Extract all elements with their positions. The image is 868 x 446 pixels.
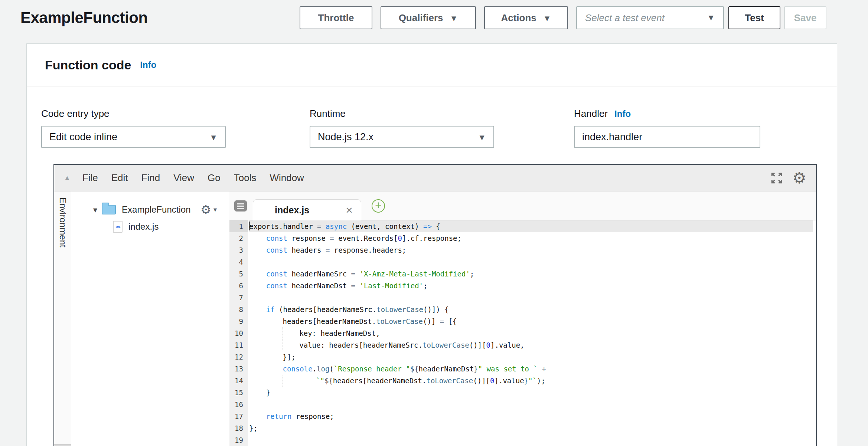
code-entry-type-label: Code entry type bbox=[41, 108, 226, 119]
runtime-field: Runtime Node.js 12.x bbox=[310, 108, 494, 148]
line-number: 3 bbox=[229, 244, 248, 256]
menu-item-file[interactable]: File bbox=[82, 172, 98, 184]
test-button[interactable]: Test bbox=[728, 6, 780, 29]
code-line[interactable] bbox=[249, 292, 816, 304]
code-line[interactable]: value: headers[headerNameSrc.toLowerCase… bbox=[249, 339, 816, 351]
add-tab-icon[interactable] bbox=[372, 199, 385, 213]
line-number: 6 bbox=[229, 280, 248, 292]
chevron-down-icon bbox=[707, 13, 715, 23]
test-event-select[interactable]: Select a test event bbox=[576, 6, 724, 29]
code-line[interactable]: const headers = response.headers; bbox=[249, 244, 816, 256]
code-line[interactable] bbox=[249, 399, 816, 410]
code-line[interactable]: const response = event.Records[0].cf.res… bbox=[249, 232, 816, 244]
line-number: 17 bbox=[229, 410, 248, 422]
code-line[interactable]: }]; bbox=[249, 351, 816, 363]
tree-settings-gear-icon[interactable]: ⚙ bbox=[200, 204, 217, 216]
handler-info-link[interactable]: Info bbox=[614, 109, 631, 119]
code-line[interactable]: const headerNameDst = 'Last-Modified'; bbox=[249, 280, 816, 292]
code-editor: FileEditFindViewGoToolsWindow ⚙ Environm… bbox=[53, 164, 817, 446]
chevron-down-icon bbox=[209, 131, 218, 143]
editor-menubar: FileEditFindViewGoToolsWindow ⚙ bbox=[54, 165, 816, 191]
code-line[interactable]: key: headerNameDst, bbox=[249, 327, 816, 339]
code-line[interactable]: } bbox=[249, 387, 816, 399]
editor-tabbar: index.js bbox=[229, 191, 816, 220]
menu-item-window[interactable]: Window bbox=[270, 172, 304, 184]
menu-item-go[interactable]: Go bbox=[208, 172, 221, 184]
line-number: 13 bbox=[229, 363, 248, 375]
line-number: 10 bbox=[229, 327, 248, 339]
editor-settings-gear-icon[interactable]: ⚙ bbox=[792, 170, 806, 186]
line-number: 9 bbox=[229, 315, 248, 327]
code-line[interactable] bbox=[249, 434, 816, 446]
tab-label: index.js bbox=[275, 205, 309, 216]
menu-item-tools[interactable]: Tools bbox=[234, 172, 257, 184]
panel-header: Function code Info bbox=[27, 44, 837, 86]
tab-list-icon[interactable] bbox=[234, 200, 247, 211]
fullscreen-icon[interactable] bbox=[770, 171, 783, 185]
line-number: 2 bbox=[229, 232, 248, 244]
qualifiers-button[interactable]: Qualifiers bbox=[381, 6, 476, 29]
line-number: 1 bbox=[229, 220, 248, 232]
menu-items: FileEditFindViewGoToolsWindow bbox=[82, 172, 304, 184]
code-line[interactable] bbox=[249, 256, 816, 268]
throttle-button[interactable]: Throttle bbox=[300, 6, 372, 29]
code-line[interactable]: console.log(`Response header "${headerNa… bbox=[249, 363, 816, 375]
line-number: 14 bbox=[229, 375, 248, 387]
menu-item-edit[interactable]: Edit bbox=[111, 172, 128, 184]
line-number: 12 bbox=[229, 351, 248, 363]
code-line[interactable]: exports.handler = async (event, context)… bbox=[249, 220, 816, 232]
line-number: 16 bbox=[229, 399, 248, 410]
code-line[interactable]: `"${headers[headerNameDst.toLowerCase()]… bbox=[249, 375, 816, 387]
test-button-label: Test bbox=[745, 12, 764, 24]
chevron-down-icon bbox=[478, 131, 486, 143]
collapse-menubar-icon[interactable] bbox=[64, 174, 71, 182]
code-lines[interactable]: exports.handler = async (event, context)… bbox=[248, 220, 816, 446]
throttle-button-label: Throttle bbox=[318, 12, 354, 24]
folder-disclosure-icon[interactable] bbox=[93, 204, 97, 215]
tree-folder-label: ExampleFunction bbox=[122, 204, 190, 215]
code-line[interactable]: const headerNameSrc = 'X-Amz-Meta-Last-M… bbox=[249, 268, 816, 280]
test-event-placeholder: Select a test event bbox=[585, 12, 665, 24]
chevron-down-icon bbox=[543, 12, 551, 24]
handler-input[interactable] bbox=[574, 126, 760, 148]
code-entry-type-dropdown[interactable]: Edit code inline bbox=[41, 126, 226, 148]
line-number: 7 bbox=[229, 292, 248, 304]
tree-file-row[interactable]: index.js bbox=[71, 218, 229, 235]
function-code-info-link[interactable]: Info bbox=[140, 60, 156, 70]
handler-field: Handler Info bbox=[574, 108, 760, 148]
page-header: ExampleFunction Throttle Qualifiers Acti… bbox=[0, 0, 868, 36]
save-button[interactable]: Save bbox=[784, 6, 826, 29]
code-area[interactable]: 12345678910111213141516171819 exports.ha… bbox=[229, 220, 816, 446]
close-tab-icon[interactable] bbox=[346, 204, 353, 216]
runtime-value: Node.js 12.x bbox=[318, 131, 373, 143]
code-line[interactable]: if (headers[headerNameSrc.toLowerCase()]… bbox=[249, 304, 816, 315]
code-entry-type-value: Edit code inline bbox=[49, 131, 117, 143]
code-line[interactable]: }; bbox=[249, 422, 816, 434]
tree-file-label: index.js bbox=[128, 222, 159, 232]
tab-index-js[interactable]: index.js bbox=[253, 199, 361, 220]
menu-item-find[interactable]: Find bbox=[141, 172, 160, 184]
menu-item-view[interactable]: View bbox=[173, 172, 194, 184]
environment-sidebar-tab[interactable]: Environment bbox=[54, 191, 71, 446]
panel-title: Function code bbox=[45, 58, 131, 72]
actions-button[interactable]: Actions bbox=[484, 6, 568, 29]
code-settings-row: Code entry type Edit code inline Runtime… bbox=[41, 108, 837, 148]
environment-tab-label: Environment bbox=[58, 197, 68, 446]
function-code-panel: Function code Info Code entry type Edit … bbox=[26, 43, 837, 446]
line-number: 11 bbox=[229, 339, 248, 351]
line-number: 15 bbox=[229, 387, 248, 399]
line-number: 4 bbox=[229, 256, 248, 268]
line-number: 19 bbox=[229, 434, 248, 446]
code-line[interactable]: return response; bbox=[249, 410, 816, 422]
line-number: 18 bbox=[229, 422, 248, 434]
chevron-down-icon bbox=[450, 12, 458, 24]
file-tree-panel: ExampleFunction ⚙ index.js bbox=[71, 191, 229, 446]
tree-folder-row[interactable]: ExampleFunction ⚙ bbox=[71, 201, 229, 218]
folder-icon bbox=[102, 205, 116, 214]
vertical-scrollbar[interactable] bbox=[813, 220, 816, 446]
runtime-dropdown[interactable]: Node.js 12.x bbox=[310, 126, 494, 148]
runtime-label: Runtime bbox=[310, 108, 494, 119]
line-number: 5 bbox=[229, 268, 248, 280]
save-button-label: Save bbox=[794, 12, 817, 24]
code-line[interactable]: headers[headerNameDst.toLowerCase()] = [… bbox=[249, 315, 816, 327]
